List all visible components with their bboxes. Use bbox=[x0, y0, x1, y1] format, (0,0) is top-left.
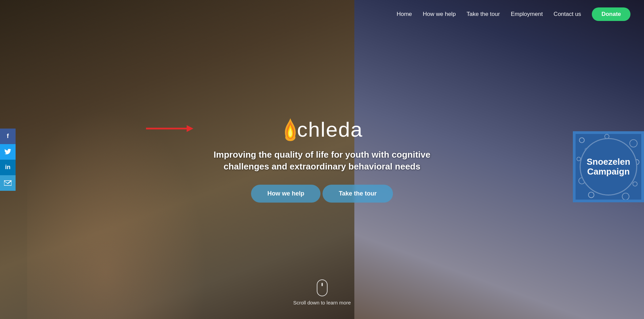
facebook-button[interactable]: f bbox=[0, 129, 16, 144]
snoezelen-campaign-badge[interactable]: Snoezelen Campaign bbox=[573, 131, 644, 202]
linkedin-button[interactable]: in bbox=[0, 160, 16, 175]
how-we-help-button[interactable]: How we help bbox=[251, 185, 320, 203]
scroll-text: Scroll down to learn more bbox=[293, 300, 351, 305]
take-tour-button[interactable]: Take the tour bbox=[323, 185, 393, 203]
nav-take-tour[interactable]: Take the tour bbox=[466, 11, 500, 18]
main-nav: Home How we help Take the tour Employmen… bbox=[0, 0, 644, 28]
twitter-icon bbox=[4, 149, 11, 155]
social-sidebar: f in bbox=[0, 129, 16, 191]
scroll-down[interactable]: Scroll down to learn more bbox=[293, 279, 351, 305]
donate-button[interactable]: Donate bbox=[592, 7, 630, 21]
svg-point-8 bbox=[633, 182, 637, 186]
nav-how-we-help[interactable]: How we help bbox=[423, 11, 456, 18]
email-icon bbox=[4, 180, 12, 186]
svg-point-9 bbox=[588, 192, 594, 198]
svg-point-4 bbox=[630, 139, 637, 147]
logo-area: chleda bbox=[193, 116, 451, 142]
nav-home[interactable]: Home bbox=[397, 11, 412, 18]
hero-tagline: Improving the quality of life for youth … bbox=[193, 149, 451, 172]
logo-text: chleda bbox=[297, 117, 363, 141]
svg-point-10 bbox=[622, 193, 629, 199]
cta-buttons: How we help Take the tour bbox=[193, 185, 451, 203]
snoezelen-title: Snoezelen bbox=[587, 157, 630, 167]
nav-contact[interactable]: Contact us bbox=[554, 11, 581, 18]
svg-marker-1 bbox=[187, 125, 193, 132]
nav-employment[interactable]: Employment bbox=[511, 11, 543, 18]
mouse-scroll-icon bbox=[316, 279, 327, 296]
arrow-indicator bbox=[146, 123, 193, 135]
snoezelen-inner-circle: Snoezelen Campaign bbox=[580, 138, 637, 196]
snoezelen-subtitle: Campaign bbox=[587, 167, 630, 177]
twitter-button[interactable] bbox=[0, 144, 16, 160]
hero-content: chleda Improving the quality of life for… bbox=[193, 116, 451, 202]
email-button[interactable] bbox=[0, 175, 16, 191]
svg-point-3 bbox=[579, 138, 584, 143]
